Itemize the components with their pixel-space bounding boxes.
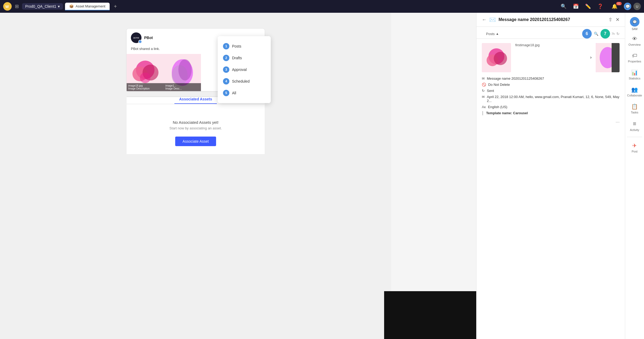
posts-tab[interactable]: Posts ▲ — [482, 30, 503, 38]
calendar-icon[interactable]: 📅 — [573, 3, 579, 9]
panel-gallery-next[interactable]: › — [588, 54, 594, 61]
svg-point-10 — [178, 59, 192, 80]
detail-row-date: ✉ April 22, 2018 12:00 AM, hello, www.gm… — [482, 95, 620, 103]
properties-icon: 🏷 — [632, 53, 637, 59]
app-logo[interactable]: W — [3, 2, 12, 11]
dropdown-item-all[interactable]: 5 All — [218, 87, 271, 99]
dropdown-label-posts: Posts — [232, 44, 241, 48]
associated-assets-tab[interactable]: Associated Assets — [174, 97, 217, 104]
add-tab-button[interactable]: + — [112, 2, 119, 11]
tasks-icon: 📋 — [631, 103, 638, 110]
detail-icon-template: │ — [482, 111, 484, 115]
image-desc-1: Image Description — [128, 87, 162, 90]
right-sidebar: 💬 SAM 👁 Overview 🏷 Properties 📊 Statisti… — [625, 13, 644, 339]
associate-asset-button[interactable]: Associate Asset — [175, 137, 216, 146]
detail-row-name: ✉ Message name 202012011254082​67 — [482, 77, 620, 80]
close-icon[interactable]: ✕ — [616, 17, 620, 23]
time-label: 7h — [612, 32, 615, 35]
sidebar-item-activity[interactable]: ≡ Activity — [625, 117, 644, 135]
email-icon: ✉️ — [489, 16, 496, 23]
message-details: ✉ Message name 202012011254082​67 🚫 Do N… — [482, 77, 620, 115]
image-desc-2: Image Desc... — [165, 87, 199, 90]
sam-button[interactable]: 💬 — [630, 17, 639, 27]
post-label: Post — [632, 150, 637, 153]
image-thumb-1[interactable]: image18.jpg Image Description — [127, 54, 164, 91]
dropdown-label-scheduled: Scheduled — [232, 79, 250, 83]
activity-icon: ≡ — [633, 120, 636, 127]
badge-7[interactable]: 7 — [600, 29, 610, 39]
dropdown-badge-5: 5 — [223, 90, 229, 96]
panel-image-1 — [482, 43, 511, 72]
post-icon: ✈ — [632, 142, 637, 149]
dropdown-item-drafts[interactable]: 2 Drafts — [218, 52, 271, 64]
dropdown-label-all: All — [232, 91, 236, 95]
dropdown-item-posts[interactable]: 1 Posts — [218, 40, 271, 52]
dropdown-badge-4: 4 — [223, 78, 229, 84]
more-icon[interactable]: ··· — [616, 119, 620, 125]
share-icon[interactable]: ⇧ — [608, 17, 612, 23]
detail-date: April 22, 2018 12:00 AM, hello, www.gmai… — [487, 95, 620, 103]
post-author: PBot — [144, 36, 153, 40]
dropdown-item-scheduled[interactable]: 4 Scheduled — [218, 75, 271, 87]
sidebar-divider — [627, 137, 642, 137]
assoc-empty-title: No Associated Assets yet! — [132, 120, 259, 125]
detail-row-sent: ↻ Sent — [482, 89, 620, 93]
detail-row-lang: Aκ English (US) — [482, 105, 620, 109]
search-icon-panel[interactable]: 🔍 — [594, 32, 598, 36]
sidebar-item-label-tasks: Tasks — [631, 111, 638, 114]
image-thumb-2[interactable]: image1... Image Desc... — [164, 54, 201, 91]
notifications-button[interactable]: 🔔 61 — [609, 3, 620, 9]
help-icon[interactable]: ❓ — [597, 3, 603, 9]
tab-icon: 📦 — [69, 4, 74, 8]
panel-body: › firstimage18.jpg ✉ Message name 202012… — [476, 39, 625, 339]
chevron-down-icon: ▾ — [58, 4, 60, 9]
detail-icon-nodelete: 🚫 — [482, 83, 486, 87]
avatar-text: acme — [133, 36, 139, 39]
detail-template: Template name: Carousel — [486, 111, 528, 115]
template-label: Template name: — [486, 111, 512, 115]
sidebar-item-label-properties: Properties — [628, 60, 641, 63]
sidebar-item-properties[interactable]: 🏷 Properties — [625, 49, 644, 66]
panel-image-preview: › firstimage18.jpg — [482, 43, 620, 72]
sidebar-item-tasks[interactable]: 📋 Tasks — [625, 100, 644, 117]
sidebar-item-overview[interactable]: 👁 Overview — [625, 33, 644, 49]
avatar: acme i — [131, 32, 141, 43]
post-body-text: PBot shared a link. — [131, 47, 160, 51]
chevron-up-icon: ▲ — [496, 32, 499, 36]
detail-icon-name: ✉ — [482, 77, 485, 80]
user-avatar[interactable]: U — [633, 3, 641, 10]
svg-text:W: W — [5, 5, 9, 9]
detail-row-nodelete: 🚫 Do Not Delete — [482, 83, 620, 87]
assoc-empty-sub: Start now by associating an asset. — [132, 126, 259, 130]
sidebar-item-collaborate[interactable]: 👥 Collaborate — [625, 83, 644, 100]
edit-icon[interactable]: ✏️ — [585, 3, 591, 9]
post-button[interactable]: ✈ Post — [625, 139, 644, 156]
assoc-empty-state: No Associated Assets yet! Start now by a… — [127, 104, 265, 154]
asset-management-tab[interactable]: 📦 Asset Management — [65, 3, 110, 10]
refresh-icon[interactable]: ↻ — [616, 32, 620, 36]
panel-title: Message name 202012011254082​67 — [499, 17, 604, 22]
image-filename-2: image1... — [165, 84, 199, 87]
svg-point-6 — [140, 73, 151, 83]
detail-row-template: │ Template name: Carousel — [482, 111, 620, 115]
back-button[interactable]: ← — [482, 17, 487, 23]
dropdown-item-approval[interactable]: 3 Approval — [218, 64, 271, 75]
dropdown-badge-1: 1 — [223, 43, 229, 49]
sidebar-item-statistics[interactable]: 📊 Statistics — [625, 66, 644, 83]
workspace-label: Prod0_QA_Client1 — [25, 4, 56, 9]
badge-6[interactable]: 6 — [582, 29, 592, 39]
grid-icon[interactable]: ⊞ — [15, 3, 19, 9]
dropdown-label-approval: Approval — [232, 67, 247, 72]
panel-tabs: Posts ▲ 6 🔍 7 7h ↻ — [476, 27, 625, 39]
search-icon[interactable]: 🔍 — [561, 3, 566, 9]
image-filename-1: image18.jpg — [128, 84, 162, 87]
detail-nodelete: Do Not Delete — [488, 83, 510, 87]
topbar: W ⊞ Prod0_QA_Client1 ▾ 📦 Asset Managemen… — [0, 0, 644, 13]
avatar-badge: i — [138, 40, 142, 44]
workspace-selector[interactable]: Prod0_QA_Client1 ▾ — [22, 3, 63, 10]
panel-header-actions: ⇧ ✕ — [606, 17, 620, 23]
posts-tab-label: Posts — [486, 32, 495, 36]
chat-icon[interactable]: 💬 — [624, 3, 631, 10]
collaborate-icon: 👥 — [631, 86, 638, 93]
panel-header: ← ✉️ Message name 202012011254082​67 ⇧ ✕ — [476, 13, 625, 27]
